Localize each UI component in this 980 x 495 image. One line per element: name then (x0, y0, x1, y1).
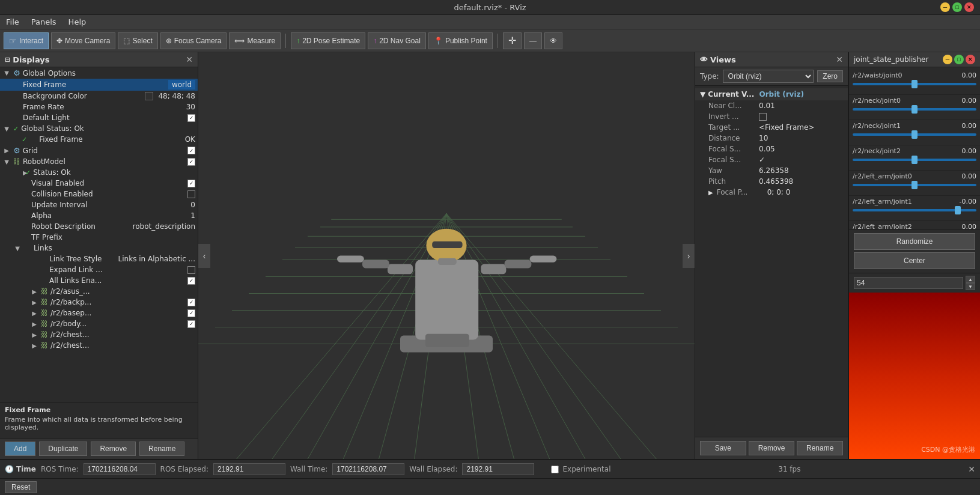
larm1-slider[interactable] (853, 209, 976, 219)
tool-camera2[interactable]: 👁 (544, 32, 562, 49)
wall-time-input[interactable] (332, 463, 404, 475)
waist0-slider[interactable] (853, 83, 976, 93)
visual-enabled-checkbox[interactable]: ✓ (187, 180, 195, 187)
focal-p-expand[interactable]: ▶ (708, 189, 713, 196)
tree-r2-backp[interactable]: ▶ ⛓ /r2/backp... ✓ (0, 297, 198, 308)
ros-time-input[interactable] (84, 463, 156, 475)
time-close-btn[interactable]: ✕ (968, 464, 975, 474)
tree-global-status[interactable]: ▼ ✓ Global Status: Ok (0, 123, 198, 134)
ros-elapsed-input[interactable] (213, 463, 285, 475)
tool-select[interactable]: ⬚ Select (118, 32, 157, 49)
jsp-close-btn[interactable]: ✕ (966, 55, 975, 64)
views-rename-btn[interactable]: Rename (797, 441, 843, 455)
main-viewport[interactable]: ‹ › (198, 52, 695, 459)
neck0-thumb[interactable] (912, 105, 918, 114)
tree-collision-enabled[interactable]: Collision Enabled (0, 189, 198, 199)
tree-alpha[interactable]: Alpha 1 (0, 210, 198, 221)
experimental-checkbox[interactable] (551, 466, 559, 473)
duplicate-button[interactable]: Duplicate (39, 442, 87, 456)
tree-r2-body[interactable]: ▶ ⛓ /r2/body... ✓ (0, 318, 198, 329)
tree-r2-basep[interactable]: ▶ ⛓ /r2/basep... ✓ (0, 308, 198, 318)
tool-focus-camera[interactable]: ⊕ Focus Camera (160, 32, 227, 49)
invert-checkbox[interactable] (759, 113, 767, 121)
expand-global-status[interactable]: ▼ (2, 126, 11, 132)
expand-global-options[interactable]: ▼ (2, 70, 11, 76)
expand-links[interactable]: ▼ (13, 245, 22, 252)
jsp-spin-down[interactable]: ▼ (966, 283, 975, 290)
larm0-slider[interactable] (853, 184, 976, 193)
tool-2d-pose[interactable]: ↑ 2D Pose Estimate (291, 32, 365, 49)
tool-move-camera[interactable]: ✥ Move Camera (51, 32, 115, 49)
expand-r2-chest2[interactable]: ▶ (30, 342, 38, 349)
tree-fixed-frame-ok[interactable]: ✓ Fixed Frame OK (0, 134, 198, 145)
viewport-arrow-left[interactable]: ‹ (198, 244, 210, 268)
larm0-thumb[interactable] (912, 181, 918, 189)
tree-links[interactable]: ▼ Links (0, 243, 198, 254)
tree-all-links[interactable]: All Links Ena... ✓ (0, 275, 198, 286)
expand-r2-asus[interactable]: ▶ (30, 288, 38, 295)
r2-body-checkbox[interactable]: ✓ (187, 320, 195, 328)
all-links-checkbox[interactable]: ✓ (187, 277, 195, 285)
randomize-btn[interactable]: Randomize (854, 233, 975, 250)
neck0-slider[interactable] (853, 108, 976, 118)
center-btn[interactable]: Center (854, 252, 975, 269)
viewport-arrow-right[interactable]: › (683, 244, 695, 268)
rviz-close-btn2[interactable]: ✕ (964, 2, 974, 12)
neck2-slider[interactable] (853, 159, 976, 168)
expand-grid[interactable]: ▶ (2, 147, 11, 154)
wall-elapsed-input[interactable] (462, 463, 534, 475)
tree-global-options[interactable]: ▼ ⚙ Global Options (0, 67, 198, 79)
tree-default-light[interactable]: Default Light ✓ (0, 112, 198, 123)
add-button[interactable]: Add (5, 442, 35, 456)
rviz-max-btn2[interactable]: □ (952, 2, 962, 12)
jsp-max-btn[interactable]: □ (954, 55, 964, 64)
jsp-min-btn[interactable]: ─ (943, 55, 952, 64)
neck2-thumb[interactable] (912, 156, 918, 164)
views-zero-btn[interactable]: Zero (817, 70, 843, 82)
tree-grid[interactable]: ▶ ⚙ Grid ✓ (0, 145, 198, 156)
tree-expand-link[interactable]: Expand Link ... (0, 264, 198, 275)
remove-button[interactable]: Remove (91, 442, 136, 456)
expand-r2-chest1[interactable]: ▶ (30, 332, 38, 338)
expand-link-checkbox[interactable] (187, 266, 195, 274)
views-current-header[interactable]: ▼ Current V... Orbit (rviz) (695, 88, 848, 100)
expand-r2-backp[interactable]: ▶ (30, 299, 38, 306)
tree-r2-chest1[interactable]: ▶ ⛓ /r2/chest... (0, 329, 198, 340)
waist0-thumb[interactable] (912, 80, 918, 88)
tree-r2-chest2[interactable]: ▶ ⛓ /r2/chest... (0, 340, 198, 351)
rviz-min-btn[interactable]: ─ (940, 2, 950, 12)
tree-fixed-frame[interactable]: Fixed Frame world (0, 79, 198, 91)
default-light-checkbox[interactable]: ✓ (187, 114, 195, 122)
expand-robot-model[interactable]: ▼ (2, 159, 11, 165)
tree-frame-rate[interactable]: Frame Rate 30 (0, 102, 198, 112)
grid-checkbox[interactable]: ✓ (187, 147, 195, 154)
views-close-btn[interactable]: ✕ (836, 55, 843, 64)
menu-file[interactable]: File (4, 16, 22, 28)
tree-tf-prefix[interactable]: TF Prefix (0, 232, 198, 243)
jsp-spin-up[interactable]: ▲ (966, 276, 975, 283)
expand-r2-body[interactable]: ▶ (30, 321, 38, 327)
tree-update-interval[interactable]: Update Interval 0 (0, 199, 198, 210)
tool-interact[interactable]: ☞ Interact (4, 32, 49, 49)
views-remove-btn[interactable]: Remove (749, 441, 795, 455)
tree-visual-enabled[interactable]: Visual Enabled ✓ (0, 178, 198, 189)
tool-crosshair[interactable]: ✛ (503, 32, 522, 49)
expand-status-ok[interactable]: ▶ (13, 169, 23, 176)
menu-help[interactable]: Help (66, 16, 89, 28)
larm1-thumb[interactable] (955, 206, 961, 214)
r2-basep-checkbox[interactable]: ✓ (187, 309, 195, 317)
tool-2d-nav[interactable]: ↑ 2D Nav Goal (368, 32, 426, 49)
reset-btn[interactable]: Reset (5, 481, 37, 493)
neck1-slider[interactable] (853, 133, 976, 143)
views-type-select[interactable]: Orbit (rviz) (723, 70, 814, 83)
rename-button[interactable]: Rename (139, 442, 184, 456)
tree-robot-desc[interactable]: Robot Description robot_description (0, 221, 198, 232)
bg-color-swatch[interactable] (145, 92, 153, 100)
neck1-thumb[interactable] (912, 130, 918, 139)
jsp-number-input[interactable] (854, 277, 963, 289)
views-save-btn[interactable]: Save (700, 441, 746, 455)
collision-checkbox[interactable] (187, 190, 195, 198)
tool-measure[interactable]: ⟺ Measure (229, 32, 281, 49)
menu-panels[interactable]: Panels (29, 16, 59, 28)
tool-minus[interactable]: — (524, 32, 542, 49)
